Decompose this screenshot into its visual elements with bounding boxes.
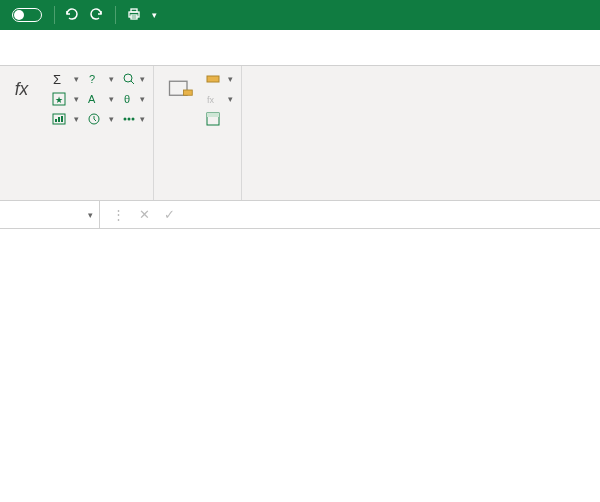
svg-text:θ: θ bbox=[124, 93, 130, 105]
print-icon[interactable] bbox=[126, 6, 142, 25]
qat-more-icon[interactable]: ▾ bbox=[152, 10, 157, 20]
svg-text:fx: fx bbox=[15, 79, 30, 99]
redo-icon[interactable] bbox=[89, 6, 105, 25]
recent-functions-button[interactable]: ★▾ bbox=[52, 92, 79, 106]
text-button[interactable]: A▾ bbox=[87, 92, 114, 106]
name-manager-button[interactable] bbox=[162, 72, 198, 126]
chevron-down-icon[interactable]: ▾ bbox=[88, 210, 93, 220]
toggle-icon bbox=[12, 8, 42, 22]
formula-bar-row: ▾ ⋮ ✕ ✓ bbox=[0, 201, 600, 229]
svg-text:A: A bbox=[88, 93, 96, 105]
svg-rect-21 bbox=[207, 76, 219, 82]
svg-rect-20 bbox=[184, 90, 193, 95]
define-name-button[interactable]: ▾ bbox=[206, 72, 233, 86]
autosave-toggle[interactable] bbox=[0, 8, 54, 22]
svg-point-16 bbox=[124, 118, 127, 121]
svg-point-17 bbox=[128, 118, 131, 121]
group-title-names bbox=[162, 194, 233, 198]
svg-rect-9 bbox=[58, 117, 60, 122]
financial-button[interactable]: ▾ bbox=[52, 112, 79, 126]
quick-access-toolbar: ▾ bbox=[55, 6, 165, 25]
ribbon: fx Σ▾ ★▾ ▾ ?▾ A▾ ▾ ▾ θ▾ ▾ bbox=[0, 66, 600, 201]
separator bbox=[115, 6, 116, 24]
ribbon-tabs bbox=[0, 30, 600, 66]
more-functions-button[interactable]: ▾ bbox=[122, 112, 145, 126]
svg-rect-24 bbox=[207, 113, 219, 117]
group-title-library bbox=[8, 194, 145, 198]
svg-rect-8 bbox=[55, 119, 57, 122]
lookup-ref-button[interactable]: ▾ bbox=[122, 72, 145, 86]
svg-rect-10 bbox=[61, 116, 63, 122]
create-from-selection-button[interactable] bbox=[206, 112, 233, 126]
svg-point-18 bbox=[132, 118, 135, 121]
group-defined-names: ▾ fx▾ bbox=[154, 66, 242, 200]
undo-icon[interactable] bbox=[63, 6, 79, 25]
use-in-formula-button: fx▾ bbox=[206, 92, 233, 106]
svg-text:?: ? bbox=[89, 73, 95, 85]
enter-icon[interactable]: ✓ bbox=[164, 207, 175, 222]
title-bar: ▾ bbox=[0, 0, 600, 30]
cancel-icon[interactable]: ✕ bbox=[139, 207, 150, 222]
insert-function-button[interactable]: fx bbox=[8, 72, 44, 126]
svg-text:Σ: Σ bbox=[53, 72, 61, 86]
svg-text:fx: fx bbox=[207, 95, 215, 105]
svg-text:★: ★ bbox=[55, 95, 63, 105]
autosum-button[interactable]: Σ▾ bbox=[52, 72, 79, 86]
math-trig-button[interactable]: θ▾ bbox=[122, 92, 145, 106]
datetime-button[interactable]: ▾ bbox=[87, 112, 114, 126]
logical-button[interactable]: ?▾ bbox=[87, 72, 114, 86]
name-box[interactable]: ▾ bbox=[0, 201, 100, 228]
svg-point-14 bbox=[124, 74, 132, 82]
dots-icon[interactable]: ⋮ bbox=[112, 207, 125, 222]
svg-rect-1 bbox=[131, 9, 137, 12]
group-function-library: fx Σ▾ ★▾ ▾ ?▾ A▾ ▾ ▾ θ▾ ▾ bbox=[0, 66, 154, 200]
